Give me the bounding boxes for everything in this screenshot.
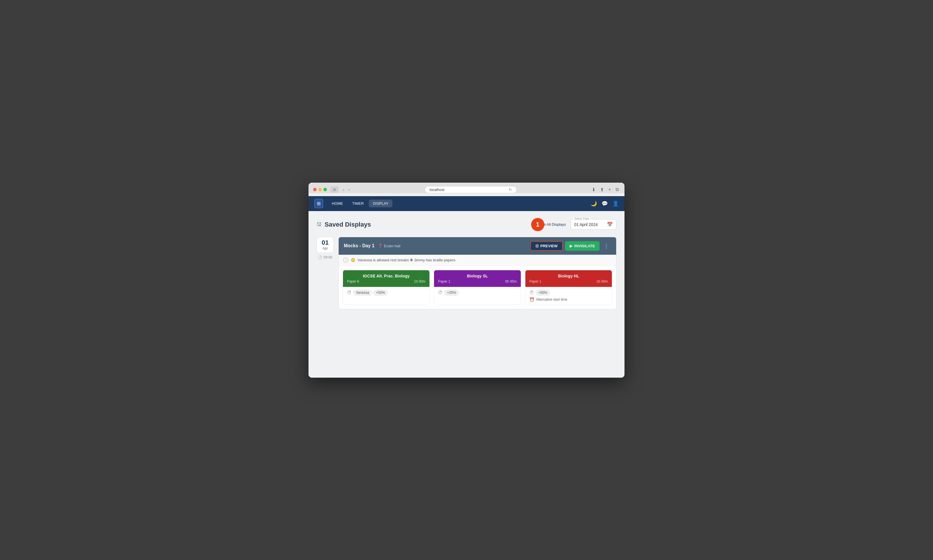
back-button[interactable]: ‹ [342, 187, 346, 192]
page-title: Saved Displays [325, 221, 371, 228]
subject-card-2: Biology SL Paper 1 0h 45m ⏱ +25% [434, 270, 521, 305]
subject-header-3: Biology HL Paper 1 1h 00m [525, 270, 612, 287]
adj-tag-pct-1: +50% [373, 290, 388, 295]
session-name: Mocks - Day 1 [344, 243, 374, 248]
new-tab-icon[interactable]: + [607, 186, 612, 193]
app-navbar: ⊞ HOME TIMER DISPLAY 🌙 💬 👤 [308, 196, 625, 211]
preview-button[interactable]: ⊡ PREVIEW [530, 241, 563, 251]
browser-nav: ‹ › [342, 187, 351, 192]
browser-chrome: ⊟ ‹ › localhost ↻ ⬇ ⬆ + ⧉ [308, 183, 625, 193]
clock-icon: 🕐 [318, 255, 322, 259]
address-bar-container: localhost ↻ [354, 186, 587, 193]
subject-meta-3: Paper 1 1h 00m [530, 279, 608, 283]
address-bar[interactable]: localhost ↻ [425, 186, 517, 193]
session-title-area: Mocks - Day 1 📍 Exam hall [344, 243, 400, 248]
browser-window: ⊟ ‹ › localhost ↻ ⬇ ⬆ + ⧉ ⊞ HO [308, 183, 625, 378]
info-bar: i 😳 Vanessa is allowed rest breaks ✤ Jim… [339, 255, 616, 266]
alt-start-icon: ⏰ [530, 297, 534, 302]
chat-icon[interactable]: 💬 [602, 200, 608, 207]
split-view-icon[interactable]: ⧉ [614, 186, 620, 193]
location-icon: 📍 [378, 243, 383, 248]
date-day: 01 [320, 240, 330, 246]
page-title-icon: 🖫 [317, 222, 322, 228]
subject-header-1: IGCSE Alt. Prac. Biology Paper 6 1h 00m [343, 270, 430, 287]
browser-actions: ⬇ ⬆ + ⧉ [591, 186, 620, 193]
content-layout: 01 Apr 🕐 09:00 Mocks - Day 1 📍 Exam h [317, 237, 616, 309]
page-title-area: 🖫 Saved Displays [317, 221, 371, 228]
logo-icon: ⊞ [317, 201, 320, 206]
user-icon[interactable]: 👤 [613, 200, 619, 207]
adjustments-3: ⏱ +50% [530, 290, 608, 295]
sidebar-toggle-button[interactable]: ⊟ [330, 186, 339, 193]
subject-card-1: IGCSE Alt. Prac. Biology Paper 6 1h 00m … [343, 270, 430, 305]
minimize-traffic-light[interactable] [318, 188, 322, 191]
subject-body-3: ⏱ +50% ⏰ Alternative start time [525, 287, 612, 305]
app-logo[interactable]: ⊞ [314, 199, 323, 208]
location-text: Exam hall [384, 244, 400, 248]
info-emoji: 😳 [351, 258, 355, 262]
subject-duration-3: 1h 00m [596, 279, 608, 283]
page-header: 🖫 Saved Displays 1 w All Displays Select… [317, 218, 616, 231]
date-value-text: 01 April 2024 [574, 222, 598, 227]
session-card: Mocks - Day 1 📍 Exam hall ⊡ PREVIEW ▶ [339, 237, 616, 309]
date-sidebar: 01 Apr 🕐 09:00 [317, 237, 334, 259]
reload-icon[interactable]: ↻ [509, 188, 512, 192]
url-text: localhost [430, 188, 444, 192]
close-traffic-light[interactable] [313, 188, 317, 191]
subjects-grid: IGCSE Alt. Prac. Biology Paper 6 1h 00m … [339, 266, 616, 309]
alt-start-text: Alternative start time [536, 297, 567, 302]
subject-body-2: ⏱ +25% [434, 287, 520, 304]
adj-tag-name-1: Vanessa [353, 290, 372, 295]
subject-name-1: IGCSE Alt. Prac. Biology [347, 274, 425, 278]
invigilate-label: INVIGILATE [574, 244, 595, 248]
nav-home[interactable]: HOME [328, 200, 347, 207]
info-icon: i [343, 258, 348, 263]
subject-header-2: Biology SL Paper 1 0h 45m [434, 270, 520, 287]
app-content: 🖫 Saved Displays 1 w All Displays Select… [308, 211, 625, 378]
time-value: 09:00 [323, 255, 332, 259]
forward-button[interactable]: › [347, 187, 351, 192]
date-picker-label: Select Date [573, 217, 590, 220]
date-month: Apr [320, 246, 330, 251]
subject-paper-1: Paper 6 [347, 279, 359, 283]
nav-right: 🌙 💬 👤 [591, 200, 619, 207]
maximize-traffic-light[interactable] [323, 188, 327, 191]
session-location: 📍 Exam hall [378, 243, 400, 248]
adj-tag-pct-3: +50% [536, 290, 550, 295]
subject-name-2: Biology SL [438, 274, 516, 278]
date-time: 🕐 09:00 [318, 255, 332, 259]
adj-icon-2: ⏱ [438, 290, 443, 295]
adj-icon-1: ⏱ [347, 290, 352, 295]
invigilate-icon: ▶ [570, 244, 573, 248]
session-header: Mocks - Day 1 📍 Exam hall ⊡ PREVIEW ▶ [339, 237, 616, 255]
view-all-link[interactable]: w All Displays [543, 222, 566, 226]
calendar-icon[interactable]: 📅 [607, 222, 613, 227]
more-options-button[interactable]: ⋮ [602, 241, 611, 251]
nav-timer[interactable]: TIMER [348, 200, 368, 207]
adj-extra-3: ⏰ Alternative start time [530, 297, 608, 302]
subject-card-3: Biology HL Paper 1 1h 00m ⏱ +50% [525, 270, 612, 305]
invigilate-button[interactable]: ▶ INVIGILATE [565, 241, 599, 251]
download-icon[interactable]: ⬇ [591, 186, 597, 193]
subject-name-3: Biology HL [530, 274, 608, 278]
adj-icon-3: ⏱ [530, 290, 534, 295]
subject-body-1: ⏱ Vanessa +50% [343, 287, 430, 304]
nav-display[interactable]: DISPLAY [369, 200, 393, 207]
subject-meta-2: Paper 1 0h 45m [438, 279, 516, 283]
subject-duration-1: 1h 00m [414, 279, 425, 283]
adj-tag-pct-2: +25% [444, 290, 459, 295]
date-picker-value: 01 April 2024 📅 [574, 220, 613, 228]
step-indicator: 1 [531, 218, 544, 231]
subject-paper-2: Paper 1 [438, 279, 450, 283]
subject-meta-1: Paper 6 1h 00m [347, 279, 425, 283]
date-picker[interactable]: Select Date 01 April 2024 📅 [571, 219, 616, 230]
adjustments-1: ⏱ Vanessa +50% [347, 290, 425, 295]
dark-mode-icon[interactable]: 🌙 [591, 200, 597, 207]
preview-label: PREVIEW [540, 244, 557, 248]
nav-links: HOME TIMER DISPLAY [328, 200, 393, 207]
subject-paper-3: Paper 1 [530, 279, 542, 283]
header-right: 1 w All Displays Select Date 01 April 20… [531, 218, 616, 231]
subject-duration-2: 0h 45m [505, 279, 517, 283]
share-icon[interactable]: ⬆ [599, 186, 605, 193]
date-box: 01 Apr [317, 237, 334, 253]
